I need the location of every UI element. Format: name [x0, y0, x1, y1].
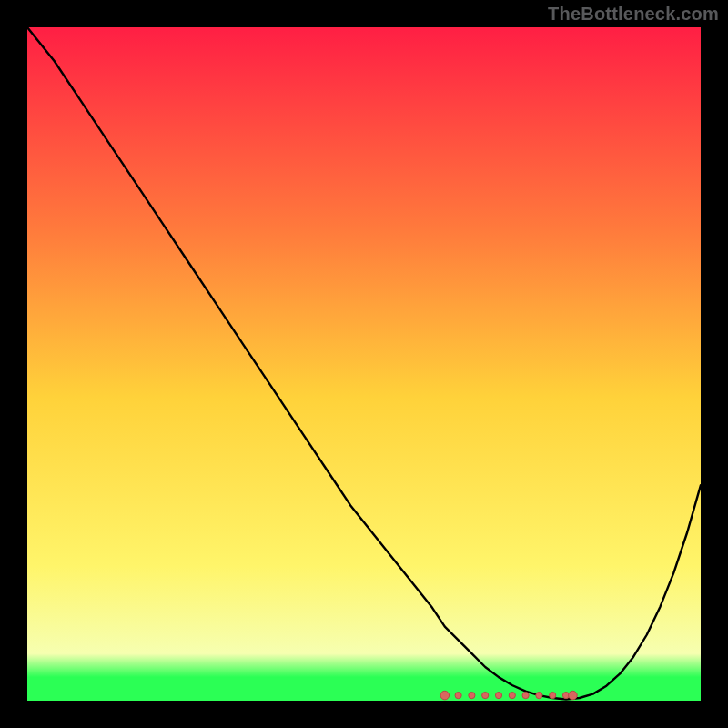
optimal-marker — [482, 693, 489, 699]
optimal-marker — [495, 693, 501, 699]
optimal-marker — [440, 691, 450, 700]
optimal-marker — [469, 693, 475, 699]
optimal-marker — [536, 693, 542, 699]
optimal-marker — [550, 693, 556, 699]
watermark-text: TheBottleneck.com — [548, 4, 719, 25]
bottleneck-curve-chart — [27, 27, 701, 701]
plot-area — [27, 27, 701, 701]
optimal-marker — [455, 693, 461, 699]
optimal-marker — [522, 693, 529, 699]
gradient-background — [27, 27, 701, 701]
chart-frame: TheBottleneck.com — [0, 0, 728, 728]
optimal-marker — [509, 693, 515, 699]
optimal-marker — [569, 691, 578, 700]
